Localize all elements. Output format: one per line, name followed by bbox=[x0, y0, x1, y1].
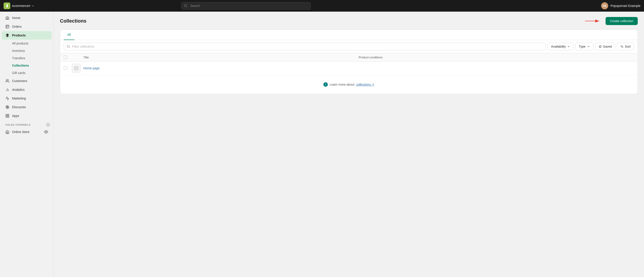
arrow-annotation bbox=[584, 18, 602, 24]
sidebar-item-apps-label: Apps bbox=[12, 114, 19, 118]
svg-point-0 bbox=[184, 4, 187, 7]
svg-point-2 bbox=[6, 79, 8, 81]
svg-rect-12 bbox=[8, 116, 9, 117]
sidebar-subitem-all-products-label: All products bbox=[12, 42, 28, 45]
table-header: Title Product conditions bbox=[60, 53, 638, 62]
tab-all[interactable]: All bbox=[64, 30, 74, 40]
sidebar-subitem-gift-cards-label: Gift cards bbox=[12, 71, 26, 75]
collection-thumbnail bbox=[72, 64, 81, 73]
sort-icon bbox=[620, 45, 624, 48]
sidebar-item-orders-label: Orders bbox=[12, 25, 22, 28]
sales-channels-section: SALES CHANNELS bbox=[0, 120, 54, 128]
collection-title[interactable]: Home page bbox=[84, 66, 359, 70]
sidebar-item-marketing[interactable]: Marketing bbox=[2, 94, 52, 102]
sidebar-item-products[interactable]: Products bbox=[2, 31, 52, 40]
topbar-right: PE Popupsmart Example bbox=[601, 2, 640, 10]
sidebar-subitem-transfers-label: Transfers bbox=[12, 56, 25, 60]
image-placeholder-icon bbox=[74, 66, 78, 70]
svg-rect-11 bbox=[6, 116, 7, 117]
svg-rect-9 bbox=[6, 114, 7, 115]
sidebar-subitem-collections-label: Collections bbox=[12, 64, 29, 67]
sidebar: Home Orders Products All products Invent… bbox=[0, 12, 54, 277]
sidebar-item-home-label: Home bbox=[12, 16, 20, 20]
products-icon bbox=[5, 33, 10, 37]
orders-icon bbox=[5, 24, 10, 28]
page-title: Collections bbox=[60, 18, 86, 24]
avatar[interactable]: PE bbox=[601, 2, 608, 10]
sidebar-item-home[interactable]: Home bbox=[2, 14, 52, 22]
filter-search-container[interactable] bbox=[64, 43, 546, 50]
sidebar-subitem-collections[interactable]: Collections bbox=[2, 62, 52, 69]
analytics-icon bbox=[5, 88, 10, 92]
sidebar-item-products-label: Products bbox=[12, 34, 26, 37]
sidebar-item-discounts-label: Discounts bbox=[12, 105, 26, 109]
svg-rect-10 bbox=[8, 114, 9, 115]
user-name: Popupsmart Example bbox=[610, 4, 640, 8]
eye-icon[interactable] bbox=[44, 130, 48, 134]
star-icon bbox=[598, 45, 602, 48]
svg-marker-20 bbox=[599, 45, 602, 48]
chevron-down-icon bbox=[567, 45, 570, 48]
header-actions: Create collection bbox=[584, 17, 638, 25]
sidebar-subitem-gift-cards[interactable]: Gift cards bbox=[2, 69, 52, 76]
sidebar-item-marketing-label: Marketing bbox=[12, 96, 26, 100]
sidebar-subitem-inventory-label: Inventory bbox=[12, 49, 25, 52]
main-content: Collections Create collection bbox=[54, 12, 644, 277]
table-row[interactable]: Home page bbox=[60, 62, 638, 75]
filter-search-icon bbox=[67, 45, 70, 48]
add-sales-channel-icon[interactable] bbox=[46, 123, 50, 126]
sidebar-item-discounts[interactable]: Discounts bbox=[2, 103, 52, 111]
col-conditions-header: Product conditions bbox=[359, 56, 634, 59]
sidebar-subitem-all-products[interactable]: All products bbox=[2, 40, 52, 47]
svg-point-22 bbox=[75, 67, 76, 68]
search-bar[interactable] bbox=[181, 2, 311, 10]
sidebar-subitem-transfers[interactable]: Transfers bbox=[2, 54, 52, 62]
online-store-label: Online Store bbox=[12, 130, 30, 134]
collections-card: All Availability Type Saved bbox=[60, 30, 638, 94]
chevron-down-icon bbox=[587, 45, 590, 48]
marketing-icon bbox=[5, 96, 10, 100]
store-logo[interactable]: ecommercerr bbox=[4, 2, 34, 9]
store-name: ecommercerr bbox=[12, 4, 34, 8]
sidebar-item-online-store[interactable]: Online Store bbox=[2, 128, 52, 136]
sidebar-item-customers-label: Customers bbox=[12, 79, 27, 83]
learn-more-text: Learn more about bbox=[330, 83, 354, 86]
topbar: ecommercerr PE Popupsmart Example bbox=[0, 0, 644, 12]
svg-point-19 bbox=[67, 45, 70, 48]
info-icon: i bbox=[323, 82, 328, 87]
sidebar-item-orders[interactable]: Orders bbox=[2, 22, 52, 31]
svg-point-16 bbox=[46, 132, 47, 132]
svg-point-6 bbox=[6, 106, 7, 107]
sidebar-item-customers[interactable]: Customers bbox=[2, 77, 52, 85]
sidebar-item-analytics-label: Analytics bbox=[12, 88, 24, 92]
collections-link[interactable]: collections ↗ bbox=[356, 83, 374, 86]
type-filter-button[interactable]: Type bbox=[575, 43, 593, 50]
search-input[interactable] bbox=[181, 2, 311, 10]
customers-icon bbox=[5, 79, 10, 83]
svg-point-7 bbox=[8, 107, 8, 108]
discounts-icon bbox=[5, 105, 10, 109]
saved-filter-button[interactable]: Saved bbox=[595, 43, 616, 50]
tabs: All bbox=[60, 30, 638, 40]
sort-button[interactable]: Sort bbox=[617, 43, 634, 50]
sidebar-item-apps[interactable]: Apps bbox=[2, 112, 52, 120]
apps-icon bbox=[5, 114, 10, 118]
create-collection-button[interactable]: Create collection bbox=[606, 17, 638, 25]
online-store-icon bbox=[5, 130, 10, 134]
select-all-checkbox[interactable] bbox=[64, 56, 67, 59]
col-title-header: Title bbox=[72, 56, 359, 59]
svg-line-8 bbox=[7, 106, 8, 108]
shopify-logo bbox=[4, 2, 10, 9]
page-header: Collections Create collection bbox=[60, 17, 638, 25]
sidebar-item-analytics[interactable]: Analytics bbox=[2, 86, 52, 94]
learn-more-row: i Learn more about collections ↗ bbox=[60, 75, 638, 94]
sidebar-subitem-inventory[interactable]: Inventory bbox=[2, 47, 52, 54]
home-icon bbox=[5, 16, 10, 20]
filter-bar: Availability Type Saved Sort bbox=[60, 40, 638, 53]
availability-filter-button[interactable]: Availability bbox=[548, 43, 574, 50]
row-checkbox[interactable] bbox=[64, 66, 67, 70]
search-icon bbox=[184, 4, 188, 8]
filter-collections-input[interactable] bbox=[72, 45, 543, 48]
svg-rect-1 bbox=[6, 25, 9, 28]
